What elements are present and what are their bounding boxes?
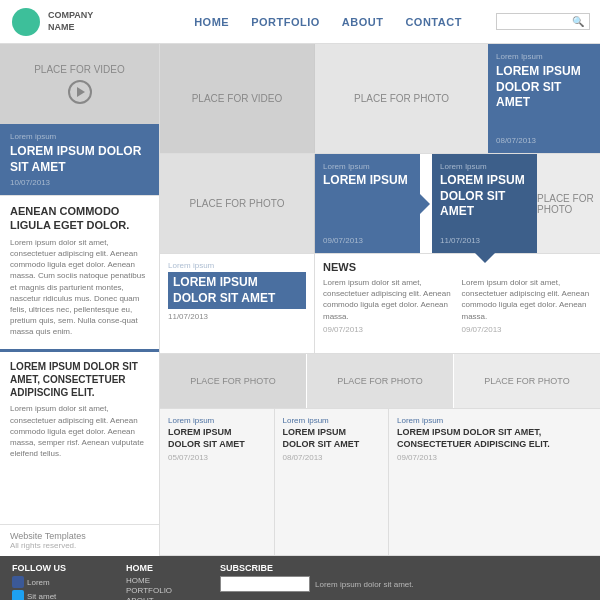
footer-social-list: Lorem Sit amet Lorem ipsum	[12, 576, 102, 600]
news-item-1-date: 09/07/2013	[323, 325, 454, 334]
social-item-2: Sit amet	[12, 590, 102, 600]
footer-nav-item-3[interactable]: ABOUT	[126, 596, 196, 600]
nav-bar: HOME PORTFOLIO ABOUT CONTACT	[160, 16, 496, 28]
subscribe-input[interactable]	[220, 576, 310, 592]
sidebar-card-title: LOREM IPSUM DOLOR SIT AMET	[10, 144, 149, 175]
bottom-card-1-category: Lorem ipsum	[168, 416, 266, 425]
video-label: PLACE FOR VIDEO	[34, 64, 125, 75]
mid-card2-date: 11/07/2013	[440, 236, 529, 245]
photo-row: PLACE FOR PHOTO PLACE FOR PHOTO PLACE FO…	[160, 354, 600, 409]
footer: FOLLOW US Lorem Sit amet Lorem ipsum HOM…	[0, 556, 600, 600]
facebook-icon	[12, 576, 24, 588]
news-item-2-text: Lorem ipsum dolor sit amet, consectetuer…	[462, 277, 593, 322]
footer-nav-title: HOME	[126, 563, 196, 573]
social-label-2: Sit amet	[27, 592, 56, 601]
mid-photo2: PLACE FOR PHOTO	[537, 154, 600, 253]
mid-photo1: PLACE FOR PHOTO	[160, 154, 315, 253]
bottom-card-3-category: Lorem ipsum	[397, 416, 592, 425]
video-placeholder: PLACE FOR VIDEO	[0, 44, 159, 124]
mid-card1-date: 09/07/2013	[323, 236, 412, 245]
logo-text: COMPANY NAME	[48, 10, 93, 33]
mid-card1-arrow	[420, 194, 430, 214]
footer-subscribe-title: SUBSCRIBE	[220, 563, 588, 573]
footer-nav-list: HOME PORTFOLIO ABOUT CONTACT	[126, 576, 196, 600]
main-container: PLACE FOR VIDEO Lorem ipsum LOREM IPSUM …	[0, 44, 600, 556]
mid-card1: Lorem Ipsum LOREM IPSUM 09/07/2013	[315, 154, 420, 253]
social-item-1: Lorem	[12, 576, 102, 588]
footer-nav-item-2[interactable]: PORTFOLIO	[126, 586, 196, 595]
bottom-card-1: Lorem ipsum LOREM IPSUM DOLOR SIT AMET 0…	[160, 409, 275, 555]
logo-circle	[12, 8, 40, 36]
search-input[interactable]	[502, 16, 572, 27]
search-icon[interactable]: 🔍	[572, 16, 584, 27]
bottom-card-1-date: 05/07/2013	[168, 453, 266, 462]
nav-portfolio[interactable]: PORTFOLIO	[251, 16, 320, 28]
photo-cell-3-label: PLACE FOR PHOTO	[484, 376, 569, 386]
news-left-title: LOREM IPSUM DOLOR SIT AMET	[168, 272, 306, 309]
sidebar: PLACE FOR VIDEO Lorem ipsum LOREM IPSUM …	[0, 44, 160, 556]
top-card-category: Lorem Ipsum	[496, 52, 592, 61]
mid-row: PLACE FOR PHOTO Lorem Ipsum LOREM IPSUM …	[160, 154, 600, 254]
nav-contact[interactable]: CONTACT	[405, 16, 461, 28]
sidebar-blue-card: Lorem ipsum LOREM IPSUM DOLOR SIT AMET 1…	[0, 124, 159, 195]
footer-subscribe: SUBSCRIBE Lorem ipsum dolor sit amet.	[220, 563, 588, 592]
mid-card1-category: Lorem Ipsum	[323, 162, 412, 171]
bottom-card-2: Lorem ipsum LOREM IPSUM DOLOR SIT AMET 0…	[275, 409, 390, 555]
footer-nav: HOME HOME PORTFOLIO ABOUT CONTACT	[126, 563, 196, 600]
mid-photo1-label: PLACE FOR PHOTO	[190, 198, 285, 209]
bottom-card-1-title: LOREM IPSUM DOLOR SIT AMET	[168, 427, 266, 450]
news-left-category: Lorem ipsum	[168, 261, 306, 270]
photo-cell-3: PLACE FOR PHOTO	[454, 354, 600, 408]
nav-home[interactable]: HOME	[194, 16, 229, 28]
sidebar-card-category: Lorem ipsum	[10, 132, 149, 141]
news-items: Lorem ipsum dolor sit amet, consectetuer…	[323, 277, 592, 334]
photo-cell-1-label: PLACE FOR PHOTO	[190, 376, 275, 386]
sidebar-footer-title: Website Templates	[10, 531, 149, 541]
logo-area: COMPANY NAME	[0, 8, 160, 36]
sidebar-art1-title: AENEAN COMMODO LIGULA EGET DOLOR.	[10, 204, 149, 233]
news-main: NEWS Lorem ipsum dolor sit amet, consect…	[315, 254, 600, 353]
news-item-2-date: 09/07/2013	[462, 325, 593, 334]
bottom-card-3: Lorem ipsum LOREM IPSUM DOLOR SIT AMET, …	[389, 409, 600, 555]
mid-card2: Lorem Ipsum LOREM IPSUM DOLOR SIT AMET 1…	[432, 154, 537, 253]
sidebar-article-2: LOREM IPSUM DOLOR SIT AMET, CONSECTETUER…	[0, 349, 159, 467]
photo-cell-2: PLACE FOR PHOTO	[307, 354, 454, 408]
photo-cell-2-label: PLACE FOR PHOTO	[337, 376, 422, 386]
top-right-card: Lorem Ipsum LOREM IPSUM DOLOR SIT AMET 0…	[488, 44, 600, 153]
footer-nav-item-1[interactable]: HOME	[126, 576, 196, 585]
mid-card2-arrow	[475, 253, 495, 263]
bottom-card-3-date: 09/07/2013	[397, 453, 592, 462]
photo-cell-1: PLACE FOR PHOTO	[160, 354, 307, 408]
sidebar-article-1: AENEAN COMMODO LIGULA EGET DOLOR. Lorem …	[0, 195, 159, 345]
play-icon	[77, 87, 85, 97]
main-video-cell: PLACE FOR VIDEO	[160, 44, 315, 153]
bottom-card-2-title: LOREM IPSUM DOLOR SIT AMET	[283, 427, 381, 450]
news-item-1: Lorem ipsum dolor sit amet, consectetuer…	[323, 277, 454, 334]
bottom-cards-row: Lorem ipsum LOREM IPSUM DOLOR SIT AMET 0…	[160, 409, 600, 556]
footer-follow-title: FOLLOW US	[12, 563, 102, 573]
social-label-1: Lorem	[27, 578, 50, 587]
nav-about[interactable]: ABOUT	[342, 16, 384, 28]
sidebar-art2-title: LOREM IPSUM DOLOR SIT AMET, CONSECTETUER…	[10, 360, 149, 399]
news-item-1-text: Lorem ipsum dolor sit amet, consectetuer…	[323, 277, 454, 322]
top-card-title: LOREM IPSUM DOLOR SIT AMET	[496, 64, 592, 133]
main-video-label: PLACE FOR VIDEO	[192, 93, 283, 104]
news-left: Lorem ipsum LOREM IPSUM DOLOR SIT AMET 1…	[160, 254, 315, 353]
sidebar-art2-body: Lorem ipsum dolor sit amet, consectetuer…	[10, 403, 149, 459]
bottom-card-2-date: 08/07/2013	[283, 453, 381, 462]
header: COMPANY NAME HOME PORTFOLIO ABOUT CONTAC…	[0, 0, 600, 44]
sidebar-card-date: 10/07/2013	[10, 178, 149, 187]
subscribe-row: Lorem ipsum dolor sit amet.	[220, 576, 588, 592]
main-photo-cell: PLACE FOR PHOTO	[315, 44, 488, 153]
mid-card2-title: LOREM IPSUM DOLOR SIT AMET	[440, 173, 529, 234]
news-item-2: Lorem ipsum dolor sit amet, consectetuer…	[462, 277, 593, 334]
sidebar-footer: Website Templates All rights reserved.	[0, 524, 159, 556]
search-bar: 🔍	[496, 13, 590, 30]
news-label: NEWS	[323, 261, 592, 273]
bottom-card-3-title: LOREM IPSUM DOLOR SIT AMET, CONSECTETUER…	[397, 427, 592, 450]
footer-follow: FOLLOW US Lorem Sit amet Lorem ipsum	[12, 563, 102, 600]
twitter-icon	[12, 590, 24, 600]
top-row: PLACE FOR VIDEO PLACE FOR PHOTO Lorem Ip…	[160, 44, 600, 154]
play-button[interactable]	[68, 80, 92, 104]
right-content: PLACE FOR VIDEO PLACE FOR PHOTO Lorem Ip…	[160, 44, 600, 556]
